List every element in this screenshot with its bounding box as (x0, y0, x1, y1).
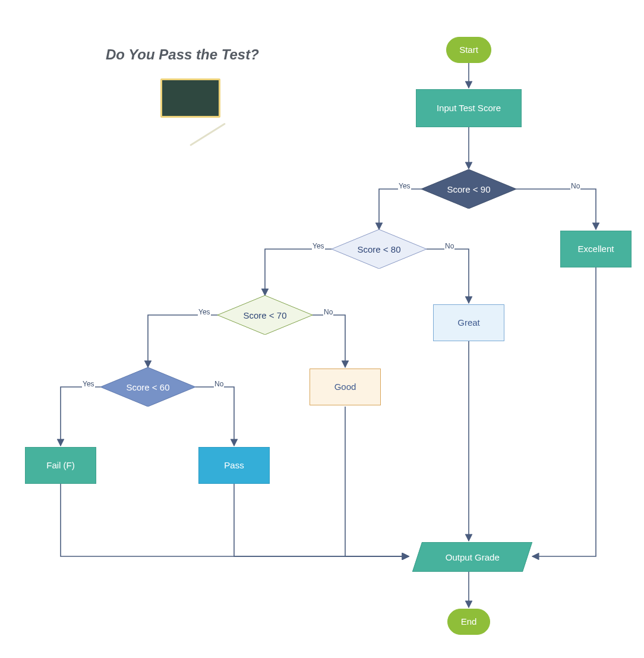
edge-d60-no: No (214, 380, 224, 388)
end-label: End (461, 616, 477, 627)
output-label: Output Grade (446, 552, 500, 562)
flowchart-canvas: Do You Pass the Test? (0, 0, 644, 658)
decision-60-label: Score < 60 (127, 382, 170, 392)
edge-d90-yes: Yes (398, 182, 411, 190)
great-label: Great (457, 317, 480, 328)
decision-score-80: Score < 80 (332, 229, 427, 269)
fail-label: Fail (F) (46, 460, 75, 471)
edge-d90-no: No (570, 182, 580, 190)
flow-arrows (0, 0, 644, 658)
end-node: End (447, 609, 490, 635)
good-node: Good (310, 369, 381, 405)
start-label: Start (459, 45, 478, 55)
pass-label: Pass (224, 460, 244, 471)
decision-80-label: Score < 80 (358, 244, 401, 254)
edge-d70-no: No (323, 308, 333, 316)
input-node: Input Test Score (416, 89, 522, 127)
edge-d70-yes: Yes (198, 308, 211, 316)
edge-d60-yes: Yes (82, 380, 95, 388)
edge-d80-no: No (444, 242, 454, 250)
decision-score-60: Score < 60 (100, 367, 195, 407)
edge-d80-yes: Yes (312, 242, 325, 250)
fail-node: Fail (F) (25, 447, 96, 484)
decision-90-label: Score < 90 (447, 184, 491, 194)
excellent-node: Excellent (560, 231, 632, 267)
decision-70-label: Score < 70 (244, 310, 287, 320)
start-node: Start (446, 37, 491, 63)
great-node: Great (433, 304, 504, 341)
input-label: Input Test Score (437, 103, 501, 114)
pass-node: Pass (198, 447, 270, 484)
decision-score-90: Score < 90 (421, 169, 516, 209)
decision-score-70: Score < 70 (217, 295, 312, 335)
output-node: Output Grade (412, 542, 532, 572)
excellent-label: Excellent (578, 244, 614, 254)
good-label: Good (334, 382, 356, 392)
